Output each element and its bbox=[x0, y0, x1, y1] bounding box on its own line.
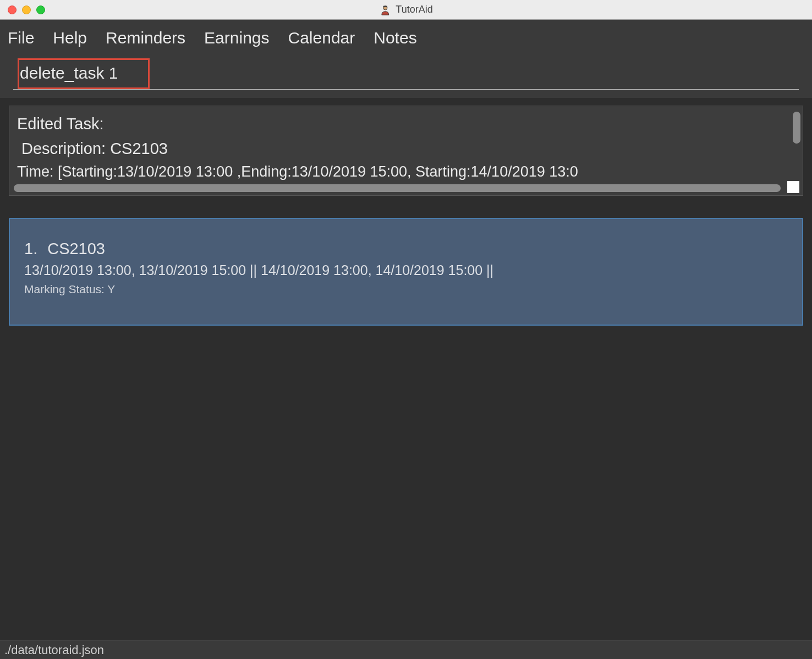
menu-calendar[interactable]: Calendar bbox=[288, 29, 355, 47]
horizontal-scrollbar[interactable] bbox=[14, 184, 781, 192]
task-title: 1. CS2103 bbox=[24, 240, 788, 258]
svg-point-2 bbox=[384, 7, 385, 8]
scroll-corner bbox=[787, 181, 799, 193]
result-panel: Edited Task: Description: CS2103 Time: [… bbox=[9, 106, 803, 196]
command-input[interactable] bbox=[13, 61, 799, 90]
result-content: Edited Task: Description: CS2103 Time: [… bbox=[9, 106, 803, 186]
svg-rect-1 bbox=[383, 6, 387, 7]
task-times: 13/10/2019 13:00, 13/10/2019 15:00 || 14… bbox=[24, 262, 788, 278]
task-name: CS2103 bbox=[47, 240, 105, 258]
content-area: Edited Task: Description: CS2103 Time: [… bbox=[0, 98, 812, 640]
menu-notes[interactable]: Notes bbox=[374, 29, 416, 47]
menubar: File Help Reminders Earnings Calendar No… bbox=[0, 20, 812, 56]
close-icon[interactable] bbox=[8, 6, 17, 14]
titlebar: TutorAid bbox=[0, 0, 812, 20]
task-card[interactable]: 1. CS2103 13/10/2019 13:00, 13/10/2019 1… bbox=[9, 218, 803, 326]
svg-point-3 bbox=[386, 7, 387, 8]
result-time: Time: [Starting:13/10/2019 13:00 ,Ending… bbox=[17, 162, 795, 183]
window-controls bbox=[8, 6, 45, 14]
result-description: Description: CS2103 bbox=[17, 138, 795, 160]
menu-help[interactable]: Help bbox=[53, 29, 87, 47]
task-status: Marking Status: Y bbox=[24, 283, 788, 296]
vertical-scrollbar[interactable] bbox=[793, 112, 800, 144]
task-index: 1. bbox=[24, 240, 37, 258]
status-path: ./data/tutoraid.json bbox=[4, 643, 104, 657]
title-center: TutorAid bbox=[379, 4, 432, 16]
command-area bbox=[0, 56, 812, 98]
result-heading: Edited Task: bbox=[17, 113, 795, 135]
menu-file[interactable]: File bbox=[8, 29, 34, 47]
minimize-icon[interactable] bbox=[22, 6, 31, 14]
task-list-panel: 1. CS2103 13/10/2019 13:00, 13/10/2019 1… bbox=[9, 218, 803, 640]
app-icon bbox=[379, 4, 391, 16]
app-title: TutorAid bbox=[396, 4, 432, 15]
maximize-icon[interactable] bbox=[36, 6, 45, 14]
menu-earnings[interactable]: Earnings bbox=[204, 29, 269, 47]
menu-reminders[interactable]: Reminders bbox=[106, 29, 185, 47]
app-window: TutorAid File Help Reminders Earnings Ca… bbox=[0, 0, 812, 659]
statusbar: ./data/tutoraid.json bbox=[0, 640, 812, 659]
